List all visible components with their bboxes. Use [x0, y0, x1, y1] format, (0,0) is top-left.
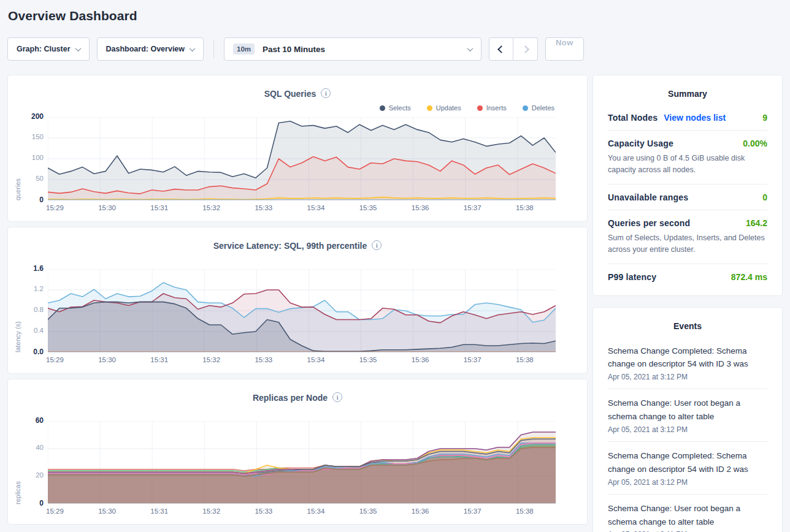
- x-axis-tick-label: 15:31: [150, 507, 168, 515]
- x-axis-tick-label: 15:38: [516, 507, 534, 515]
- y-axis-unit-label: replicas: [14, 421, 21, 504]
- chart-header: Service Latency: SQL, 99th percentile i: [8, 227, 587, 251]
- x-axis-tick-label: 15:36: [412, 356, 429, 363]
- dashboard-dropdown[interactable]: Dashboard: Overview: [97, 37, 204, 61]
- event-item[interactable]: Schema Change: User root began a schema …: [608, 389, 767, 441]
- legend-dot-icon: [477, 105, 483, 111]
- view-nodes-list-link[interactable]: View nodes list: [664, 113, 726, 123]
- x-axis-tick-label: 15:35: [359, 507, 377, 515]
- chart-legend: SelectsUpdatesInsertsDeletes: [8, 99, 587, 117]
- y-axis-tick-label: 0.4: [17, 327, 44, 334]
- legend-item-inserts[interactable]: Inserts: [477, 104, 507, 112]
- event-item[interactable]: Schema Change Completed: Schema change o…: [608, 441, 767, 494]
- x-axis-tick-label: 15:38: [516, 204, 534, 211]
- legend-dot-icon: [380, 105, 385, 111]
- event-timestamp: Apr 05, 2021 at 3:12 PM: [608, 373, 767, 381]
- legend-label: Selects: [389, 104, 411, 112]
- chart-header: SQL Queries i: [8, 75, 587, 99]
- x-axis-tick-label: 15:38: [516, 356, 534, 363]
- y-axis-tick-label: 20: [17, 471, 44, 479]
- time-prev-button[interactable]: [489, 37, 513, 61]
- summary-value: 9: [762, 113, 767, 123]
- chart-title: SQL Queries: [264, 89, 316, 99]
- summary-label: Total Nodes: [608, 113, 658, 123]
- legend-label: Deletes: [532, 104, 554, 112]
- events-panel: Events Schema Change Completed: Schema c…: [592, 307, 783, 532]
- event-message: Schema Change Completed: Schema change o…: [608, 344, 767, 371]
- chevron-left-icon: [497, 45, 505, 53]
- legend-dot-icon: [427, 105, 432, 111]
- x-axis-tick-label: 15:32: [202, 356, 220, 363]
- x-axis-tick-label: 15:36: [412, 507, 429, 515]
- x-axis-tick-label: 15:35: [359, 204, 377, 211]
- x-axis-tick-label: 15:30: [98, 204, 116, 211]
- chevron-down-icon: [75, 45, 81, 51]
- controls-divider: [213, 40, 214, 58]
- x-axis-tick-label: 15:34: [307, 356, 325, 363]
- y-axis-tick-label: 0.0: [17, 348, 44, 356]
- right-sidebar: Summary Total Nodes View nodes list 9 Ca…: [592, 75, 783, 532]
- chart-body: latency (s) 0.00.40.81.21.615:2915:3015:…: [8, 269, 587, 372]
- summary-panel: Summary Total Nodes View nodes list 9 Ca…: [592, 75, 783, 296]
- chart-header: Replicas per Node i: [8, 379, 587, 403]
- x-axis-tick-label: 15:34: [307, 204, 325, 211]
- legend-label: Inserts: [486, 104, 507, 112]
- x-axis-tick-label: 15:37: [464, 356, 481, 363]
- event-message: Schema Change: User root began a schema …: [608, 502, 767, 529]
- y-axis-tick-label: 200: [17, 112, 44, 121]
- graph-dropdown[interactable]: Graph: Cluster: [7, 37, 90, 61]
- chart-legend: [8, 403, 587, 421]
- summary-value: 872.4 ms: [731, 272, 767, 282]
- charts-column: SQL Queries i SelectsUpdatesInsertsDelet…: [7, 75, 588, 532]
- graph-dropdown-label: Graph: Cluster: [17, 45, 71, 53]
- chevron-down-icon: [190, 45, 196, 51]
- now-button[interactable]: Now: [545, 37, 584, 61]
- chevron-down-icon: [467, 45, 474, 51]
- x-axis-tick-label: 15:30: [98, 507, 116, 515]
- events-title: Events: [608, 317, 767, 337]
- x-axis-tick-label: 15:33: [255, 204, 272, 211]
- x-axis-tick-label: 15:33: [255, 356, 272, 363]
- legend-item-updates[interactable]: Updates: [427, 104, 461, 112]
- x-axis-tick-label: 15:29: [46, 204, 64, 211]
- summary-value: 164.2: [746, 218, 767, 228]
- overview-dashboard-page: Overview Dashboard Graph: Cluster Dashbo…: [0, 0, 790, 532]
- legend-label: Updates: [436, 104, 461, 112]
- x-axis-tick-label: 15:30: [98, 356, 116, 363]
- summary-value: 0.00%: [743, 139, 767, 148]
- summary-note: You are using 0 B of 4.5 GiB usable disk…: [608, 153, 767, 177]
- y-axis-tick-label: 0.8: [17, 306, 44, 313]
- event-item[interactable]: Schema Change: User root began a schema …: [608, 494, 767, 532]
- y-axis-tick-label: 0: [17, 196, 44, 204]
- x-axis-tick-label: 15:34: [307, 507, 325, 515]
- summary-value: 0: [762, 192, 767, 202]
- summary-label: Capacity Usage: [608, 139, 673, 148]
- info-icon[interactable]: i: [332, 392, 342, 402]
- info-icon[interactable]: i: [372, 240, 382, 250]
- chevron-right-icon: [521, 45, 529, 53]
- main-layout: SQL Queries i SelectsUpdatesInsertsDelet…: [7, 75, 783, 532]
- event-item[interactable]: Schema Change Completed: Schema change o…: [608, 337, 767, 389]
- legend-item-selects[interactable]: Selects: [380, 104, 411, 112]
- chart-card-replicas-per-node: Replicas per Node i replicas 020406015:2…: [7, 379, 588, 525]
- y-axis-tick-label: 100: [17, 154, 44, 161]
- event-timestamp: Apr 05, 2021 at 3:12 PM: [608, 478, 767, 487]
- x-axis-tick-label: 15:35: [359, 356, 377, 363]
- legend-item-deletes[interactable]: Deletes: [523, 104, 554, 112]
- event-message: Schema Change: User root began a schema …: [608, 397, 767, 424]
- time-window-badge: 10m: [233, 44, 255, 55]
- y-axis-tick-label: 0: [17, 499, 44, 507]
- summary-row-p99-latency: P99 latency 872.4 ms: [608, 264, 767, 289]
- time-next-button[interactable]: [513, 37, 538, 61]
- plot-area: [48, 117, 556, 200]
- x-axis-tick-label: 15:31: [150, 356, 168, 363]
- y-axis-tick-label: 60: [17, 416, 44, 425]
- summary-label: P99 latency: [608, 272, 656, 282]
- time-range-picker[interactable]: 10m Past 10 Minutes: [224, 37, 481, 61]
- dashboard-dropdown-label: Dashboard: Overview: [106, 45, 185, 53]
- chart-legend: [8, 251, 587, 269]
- info-icon[interactable]: i: [321, 88, 331, 98]
- chart-card-sql-queries: SQL Queries i SelectsUpdatesInsertsDelet…: [7, 75, 588, 222]
- summary-title: Summary: [608, 85, 767, 105]
- summary-label: Queries per second: [608, 218, 690, 228]
